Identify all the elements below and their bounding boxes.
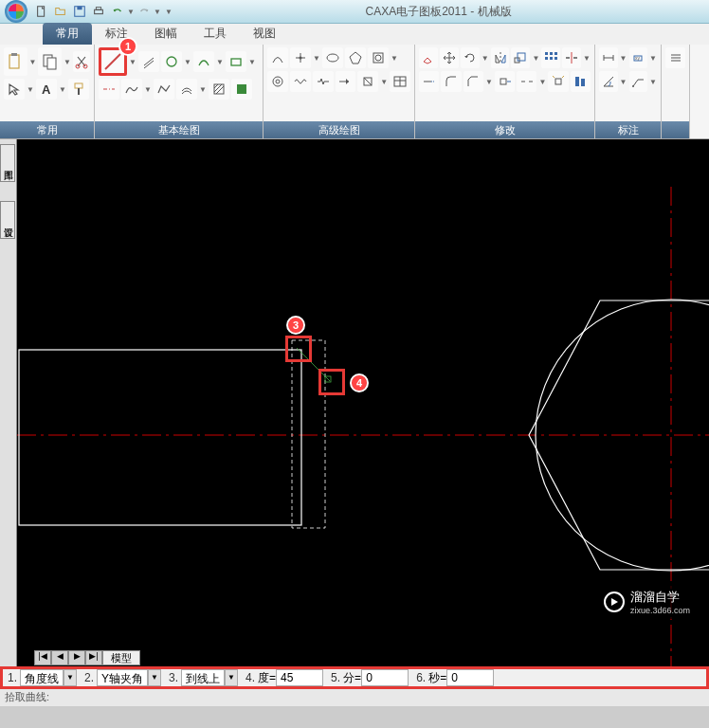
chamfer-button[interactable]: [464, 71, 483, 92]
offset-dropdown[interactable]: ▼: [199, 85, 207, 94]
line-dropdown[interactable]: ▼: [129, 58, 136, 66]
curve-button[interactable]: [267, 47, 288, 68]
hole-dropdown[interactable]: ▼: [380, 78, 388, 86]
block-button[interactable]: [368, 47, 389, 68]
param-3-dropdown[interactable]: ▼: [225, 669, 238, 686]
redo-button[interactable]: [136, 3, 153, 20]
tab-layout[interactable]: 图幅: [141, 23, 191, 45]
param-2-dropdown[interactable]: ▼: [148, 669, 161, 686]
break2-button[interactable]: [517, 71, 536, 92]
break2-dropdown[interactable]: ▼: [538, 78, 546, 86]
paste-button[interactable]: [4, 47, 27, 76]
align-button[interactable]: [571, 71, 591, 92]
nav-first-button[interactable]: |◀: [34, 650, 51, 665]
new-file-button[interactable]: [33, 3, 50, 20]
text-button[interactable]: A: [36, 79, 57, 100]
param-6-value[interactable]: 0: [446, 669, 494, 686]
param-4-value[interactable]: 45: [276, 669, 323, 686]
polyline-button[interactable]: [154, 79, 174, 100]
hatch-button[interactable]: [209, 79, 229, 100]
model-tab[interactable]: 模型: [102, 650, 140, 665]
trim-dropdown[interactable]: ▼: [583, 54, 591, 63]
dim-coord-dropdown[interactable]: ▼: [649, 54, 657, 63]
line-tool-button[interactable]: 1: [99, 47, 127, 76]
block-dropdown[interactable]: ▼: [391, 54, 398, 63]
undo-button[interactable]: [109, 3, 126, 20]
dim-dropdown[interactable]: ▼: [620, 54, 627, 63]
scale-button[interactable]: [511, 47, 530, 68]
point-dropdown[interactable]: ▼: [313, 54, 320, 63]
array-button[interactable]: [541, 47, 560, 68]
play-icon: [604, 592, 625, 612]
param-3-value[interactable]: 到线上: [181, 669, 225, 686]
dim-coord-button[interactable]: xy: [629, 47, 648, 68]
open-file-button[interactable]: [52, 3, 69, 20]
save-button[interactable]: [71, 3, 88, 20]
rectangle-tool-button[interactable]: [226, 51, 246, 72]
fillet-button[interactable]: [441, 71, 461, 92]
more-button[interactable]: [665, 47, 685, 68]
rect-dropdown[interactable]: ▼: [248, 58, 256, 66]
gear-button[interactable]: [267, 71, 288, 92]
point-button[interactable]: [290, 47, 311, 68]
app-logo-icon[interactable]: [5, 0, 27, 23]
explode-button[interactable]: [548, 71, 568, 92]
scale-dropdown[interactable]: ▼: [532, 54, 539, 63]
dim-leader-button[interactable]: [629, 71, 648, 92]
qat-customize[interactable]: ▼: [165, 8, 173, 16]
chamfer-dropdown[interactable]: ▼: [485, 78, 493, 86]
trim-button[interactable]: [562, 47, 581, 68]
rotate-button[interactable]: [461, 47, 480, 68]
centerline-button[interactable]: [99, 79, 119, 100]
rotate-dropdown[interactable]: ▼: [482, 54, 489, 63]
param-1-value[interactable]: 角度线: [20, 669, 64, 686]
format-painter-button[interactable]: [68, 79, 89, 100]
vertical-tool-2[interactable]: 设置: [0, 201, 15, 239]
arrow-button[interactable]: [336, 71, 356, 92]
circle-dropdown[interactable]: ▼: [184, 58, 191, 66]
move-button[interactable]: [440, 47, 459, 68]
nav-last-button[interactable]: ▶|: [85, 650, 102, 665]
mirror-button[interactable]: [491, 47, 510, 68]
erase-button[interactable]: [419, 47, 438, 68]
param-2-value[interactable]: Y轴夹角: [97, 669, 148, 686]
ellipse-button[interactable]: [322, 47, 343, 68]
fill-button[interactable]: [231, 79, 252, 100]
circle-tool-button[interactable]: [161, 51, 182, 72]
cut-button[interactable]: [73, 51, 90, 72]
select-button[interactable]: [4, 79, 25, 100]
arc-tool-button[interactable]: [193, 51, 214, 72]
dim-leader-dropdown[interactable]: ▼: [649, 78, 657, 86]
dim-linear-button[interactable]: [599, 47, 618, 68]
dim-angle-dropdown[interactable]: ▼: [620, 78, 627, 86]
spline-button[interactable]: [121, 79, 142, 100]
copy-button[interactable]: [38, 47, 62, 76]
polygon-button[interactable]: [345, 47, 366, 68]
tab-common[interactable]: 常用: [43, 23, 92, 45]
print-button[interactable]: [90, 3, 107, 20]
param-5-value[interactable]: 0: [361, 669, 409, 686]
copy-dropdown[interactable]: ▼: [64, 58, 71, 66]
tab-tools[interactable]: 工具: [191, 23, 240, 45]
paste-dropdown[interactable]: ▼: [29, 58, 37, 66]
undo-dropdown[interactable]: ▼: [127, 8, 135, 16]
wave-button[interactable]: [290, 71, 311, 92]
tab-view[interactable]: 视图: [240, 23, 289, 45]
nav-next-button[interactable]: ▶: [68, 650, 85, 665]
arc-dropdown[interactable]: ▼: [216, 58, 224, 66]
table-button[interactable]: [390, 71, 410, 92]
stretch-button[interactable]: [495, 71, 515, 92]
nav-prev-button[interactable]: ◀: [51, 650, 68, 665]
parallel-line-button[interactable]: [138, 51, 159, 72]
spline-dropdown[interactable]: ▼: [144, 85, 152, 94]
hole-button[interactable]: [357, 71, 378, 92]
text-dropdown[interactable]: ▼: [59, 85, 66, 94]
dim-angle-button[interactable]: [599, 71, 618, 92]
offset-button[interactable]: [176, 79, 197, 100]
select-dropdown[interactable]: ▼: [27, 85, 34, 94]
vertical-tool-1[interactable]: 图库: [0, 144, 15, 182]
redo-dropdown[interactable]: ▼: [154, 8, 161, 16]
param-1-dropdown[interactable]: ▼: [64, 669, 77, 686]
break-button[interactable]: [313, 71, 334, 92]
extend-button[interactable]: [419, 71, 439, 92]
